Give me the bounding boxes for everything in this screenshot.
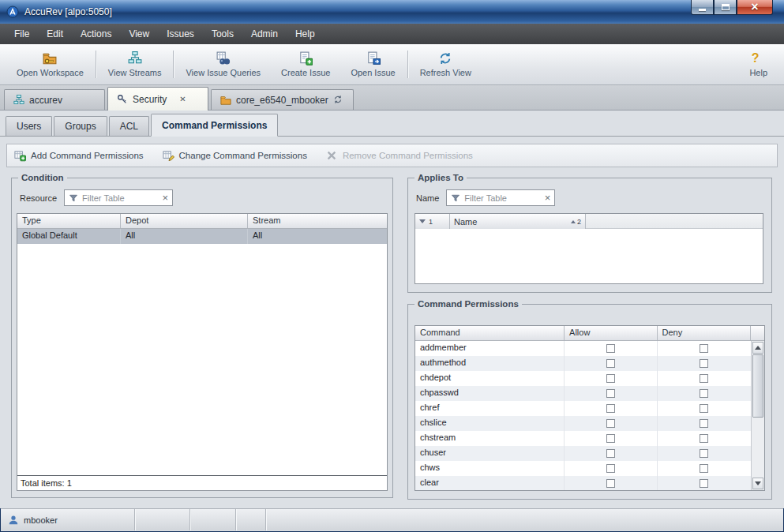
open-workspace-label: Open Workspace <box>17 68 84 77</box>
view-streams-button[interactable]: View Streams <box>98 47 172 82</box>
command-row[interactable]: chpasswd <box>415 386 751 401</box>
deny-checkbox[interactable] <box>700 404 708 413</box>
command-row[interactable]: chslice <box>415 416 751 431</box>
allow-checkbox[interactable] <box>606 359 615 368</box>
remove-command-permissions-button[interactable]: Remove Command Permissions <box>326 150 473 162</box>
filter-clear-icon[interactable] <box>162 193 168 203</box>
close-button[interactable] <box>737 0 773 15</box>
allow-checkbox[interactable] <box>606 389 615 398</box>
vertical-scrollbar[interactable] <box>751 341 764 490</box>
allow-checkbox[interactable] <box>606 464 615 473</box>
deny-checkbox[interactable] <box>700 359 708 368</box>
menu-issues[interactable]: Issues <box>158 25 203 43</box>
column-header-allow[interactable]: Allow <box>565 326 657 340</box>
main-toolbar: Open Workspace View Streams View Issue Q… <box>0 44 784 85</box>
column-header-command[interactable]: Command <box>415 326 565 340</box>
maximize-button[interactable] <box>714 0 737 15</box>
deny-checkbox[interactable] <box>700 344 708 353</box>
deny-checkbox[interactable] <box>700 464 708 473</box>
subtab-acl[interactable]: ACL <box>109 116 149 136</box>
allow-checkbox[interactable] <box>606 419 615 428</box>
deny-checkbox[interactable] <box>700 449 708 458</box>
command-row[interactable]: chstream <box>415 431 751 446</box>
name-filter-input[interactable]: Filter Table <box>446 189 555 206</box>
allow-checkbox[interactable] <box>606 344 615 353</box>
command-row[interactable]: authmethod <box>415 356 751 371</box>
filter-funnel-icon[interactable] <box>69 193 78 203</box>
filter-funnel-icon[interactable] <box>451 193 460 203</box>
deny-checkbox[interactable] <box>700 419 708 428</box>
scrollbar-thumb[interactable] <box>752 354 763 418</box>
scroll-down-button[interactable] <box>752 478 763 489</box>
allow-checkbox[interactable] <box>606 479 615 488</box>
secondary-sort-indicator: 2 <box>571 218 581 226</box>
command-row[interactable]: chws <box>415 461 751 476</box>
minimize-button[interactable] <box>691 0 714 15</box>
column-header-deny[interactable]: Deny <box>658 326 751 340</box>
tab-refresh-icon[interactable] <box>333 95 344 106</box>
tab-security[interactable]: Security <box>107 87 208 111</box>
sort-order-column-header[interactable]: 1 <box>415 214 450 229</box>
refresh-view-button[interactable]: Refresh View <box>410 47 482 82</box>
allow-checkbox[interactable] <box>606 434 615 443</box>
scroll-up-button[interactable] <box>752 342 763 354</box>
menu-actions[interactable]: Actions <box>72 25 120 43</box>
deny-checkbox[interactable] <box>700 389 708 398</box>
column-header-stream[interactable]: Stream <box>248 214 387 228</box>
name-column-header[interactable]: Name 2 <box>450 214 586 229</box>
remove-x-icon <box>326 150 338 162</box>
open-workspace-button[interactable]: Open Workspace <box>6 47 94 82</box>
filter-clear-icon[interactable] <box>545 193 551 203</box>
title-bar[interactable]: AccuRev [alpo:5050] <box>0 0 784 24</box>
column-header-type[interactable]: Type <box>17 214 121 228</box>
subtab-groups[interactable]: Groups <box>54 116 107 136</box>
menu-help[interactable]: Help <box>287 25 324 43</box>
menu-admin[interactable]: Admin <box>242 25 287 43</box>
add-command-permissions-button[interactable]: Add Command Permissions <box>14 150 144 162</box>
arrow-down-icon <box>755 481 761 485</box>
allow-checkbox[interactable] <box>606 374 615 383</box>
command-name-cell: chslice <box>415 416 565 431</box>
menu-tools[interactable]: Tools <box>203 25 242 43</box>
command-name-cell: chref <box>415 401 565 416</box>
tab-core-workspace[interactable]: core_e6540_mbooker <box>211 89 354 110</box>
sort-asc-icon <box>571 220 576 223</box>
applies-to-panel-title: Applies To <box>415 173 467 182</box>
tab-accurev[interactable]: accurev <box>4 89 105 110</box>
command-row[interactable]: chref <box>415 401 751 416</box>
command-row[interactable]: clear <box>415 476 751 490</box>
resource-filter-input[interactable]: Filter Table <box>64 189 173 206</box>
change-command-permissions-button[interactable]: Change Command Permissions <box>163 150 307 162</box>
allow-checkbox[interactable] <box>606 449 615 458</box>
arrow-up-icon <box>755 346 761 350</box>
view-issue-queries-button[interactable]: View Issue Queries <box>175 47 271 82</box>
deny-checkbox[interactable] <box>700 374 708 383</box>
workspace-tab-icon <box>220 95 231 106</box>
subtab-users-label: Users <box>17 121 41 132</box>
help-button[interactable]: Help <box>739 47 778 82</box>
subtab-users[interactable]: Users <box>6 116 52 136</box>
open-issue-icon <box>366 51 381 66</box>
condition-row-global-default[interactable]: Global Default All All <box>17 229 387 244</box>
status-cell <box>190 509 236 530</box>
menu-file[interactable]: File <box>6 25 38 43</box>
command-row[interactable]: addmember <box>415 341 751 356</box>
command-row[interactable]: chdepot <box>415 371 751 386</box>
permissions-actionbar: Add Command Permissions Change Command P… <box>6 144 778 167</box>
tab-close-icon[interactable] <box>179 95 186 103</box>
allow-checkbox[interactable] <box>606 404 615 413</box>
column-header-depot[interactable]: Depot <box>121 214 248 228</box>
subtab-command-permissions[interactable]: Command Permissions <box>151 114 278 137</box>
deny-checkbox[interactable] <box>700 479 708 488</box>
command-row[interactable]: chuser <box>415 446 751 461</box>
menu-view[interactable]: View <box>120 25 158 43</box>
deny-checkbox[interactable] <box>700 434 708 443</box>
create-issue-button[interactable]: Create Issue <box>271 47 340 82</box>
applies-to-table-body[interactable] <box>415 229 763 283</box>
condition-table: Type Depot Stream Global Default All All… <box>17 213 388 491</box>
open-issue-button[interactable]: Open Issue <box>340 47 405 82</box>
add-command-permissions-label: Add Command Permissions <box>31 151 144 160</box>
refresh-icon <box>438 51 452 66</box>
menu-edit[interactable]: Edit <box>38 25 72 43</box>
sort-secondary-number: 2 <box>577 218 581 226</box>
